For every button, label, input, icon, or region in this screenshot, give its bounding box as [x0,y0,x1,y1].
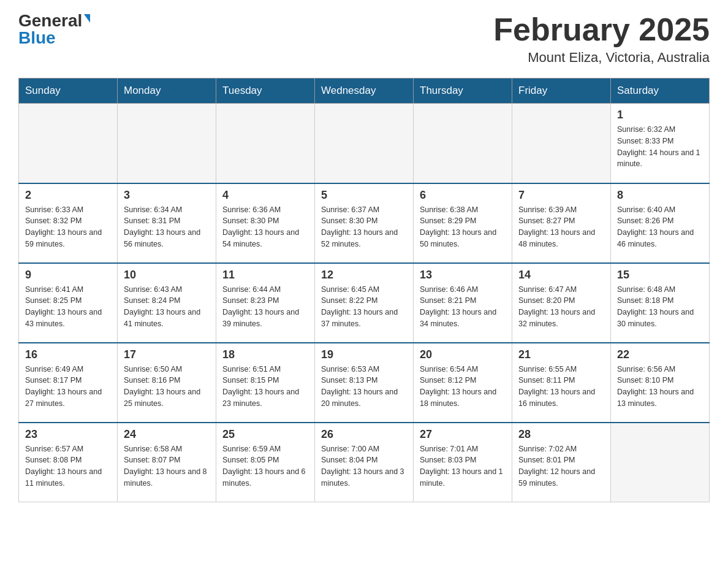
day-info: Sunrise: 6:46 AMSunset: 8:21 PMDaylight:… [420,284,506,330]
calendar-week-row: 16Sunrise: 6:49 AMSunset: 8:17 PMDayligh… [19,343,710,423]
logo: General Blue [18,12,90,47]
day-number: 4 [222,189,308,202]
day-info: Sunrise: 6:37 AMSunset: 8:30 PMDaylight:… [321,204,407,250]
header-thursday: Thursday [414,79,512,104]
table-row: 24Sunrise: 6:58 AMSunset: 8:07 PMDayligh… [118,423,216,502]
day-number: 2 [25,189,111,202]
table-row: 26Sunrise: 7:00 AMSunset: 8:04 PMDayligh… [315,423,414,502]
day-info: Sunrise: 6:39 AMSunset: 8:27 PMDaylight:… [518,204,604,250]
day-number: 12 [321,269,407,282]
logo-blue-text: Blue [18,29,56,47]
table-row: 28Sunrise: 7:02 AMSunset: 8:01 PMDayligh… [512,423,611,502]
table-row: 12Sunrise: 6:45 AMSunset: 8:22 PMDayligh… [315,263,414,343]
table-row: 18Sunrise: 6:51 AMSunset: 8:15 PMDayligh… [216,343,315,423]
day-number: 8 [617,189,703,202]
logo-arrow-icon [84,14,90,23]
table-row: 16Sunrise: 6:49 AMSunset: 8:17 PMDayligh… [19,343,118,423]
day-number: 5 [321,189,407,202]
table-row: 23Sunrise: 6:57 AMSunset: 8:08 PMDayligh… [19,423,118,502]
header-sunday: Sunday [19,79,118,104]
table-row [512,104,611,183]
day-info: Sunrise: 6:40 AMSunset: 8:26 PMDaylight:… [617,204,703,250]
day-info: Sunrise: 6:50 AMSunset: 8:16 PMDaylight:… [124,364,210,410]
table-row [118,104,216,183]
table-row: 4Sunrise: 6:36 AMSunset: 8:30 PMDaylight… [216,183,315,263]
calendar-week-row: 9Sunrise: 6:41 AMSunset: 8:25 PMDaylight… [19,263,710,343]
day-number: 16 [25,348,111,361]
day-number: 9 [25,269,111,282]
day-number: 28 [518,428,604,441]
day-number: 10 [124,269,210,282]
day-number: 15 [617,269,703,282]
table-row: 15Sunrise: 6:48 AMSunset: 8:18 PMDayligh… [611,263,710,343]
day-info: Sunrise: 6:38 AMSunset: 8:29 PMDaylight:… [420,204,506,250]
day-info: Sunrise: 6:58 AMSunset: 8:07 PMDaylight:… [124,443,210,489]
header-friday: Friday [512,79,611,104]
table-row: 20Sunrise: 6:54 AMSunset: 8:12 PMDayligh… [414,343,512,423]
table-row: 22Sunrise: 6:56 AMSunset: 8:10 PMDayligh… [611,343,710,423]
day-number: 27 [420,428,506,441]
table-row: 1Sunrise: 6:32 AMSunset: 8:33 PMDaylight… [611,104,710,183]
table-row: 14Sunrise: 6:47 AMSunset: 8:20 PMDayligh… [512,263,611,343]
calendar-table: Sunday Monday Tuesday Wednesday Thursday… [18,78,710,502]
calendar-week-row: 2Sunrise: 6:33 AMSunset: 8:32 PMDaylight… [19,183,710,263]
day-info: Sunrise: 7:02 AMSunset: 8:01 PMDaylight:… [518,443,604,489]
table-row: 7Sunrise: 6:39 AMSunset: 8:27 PMDaylight… [512,183,611,263]
table-row: 9Sunrise: 6:41 AMSunset: 8:25 PMDaylight… [19,263,118,343]
day-info: Sunrise: 7:01 AMSunset: 8:03 PMDaylight:… [420,443,506,489]
table-row [611,423,710,502]
page-header: General Blue February 2025 Mount Eliza, … [18,12,710,66]
day-number: 1 [617,109,703,121]
table-row: 6Sunrise: 6:38 AMSunset: 8:29 PMDaylight… [414,183,512,263]
logo-general-text: General [18,12,82,29]
day-number: 3 [124,189,210,202]
day-number: 23 [25,428,111,441]
day-info: Sunrise: 6:33 AMSunset: 8:32 PMDaylight:… [25,204,111,250]
day-info: Sunrise: 6:59 AMSunset: 8:05 PMDaylight:… [222,443,308,489]
day-number: 7 [518,189,604,202]
table-row [216,104,315,183]
day-info: Sunrise: 7:00 AMSunset: 8:04 PMDaylight:… [321,443,407,489]
calendar-header-row: Sunday Monday Tuesday Wednesday Thursday… [19,79,710,104]
calendar-week-row: 23Sunrise: 6:57 AMSunset: 8:08 PMDayligh… [19,423,710,502]
day-number: 26 [321,428,407,441]
day-info: Sunrise: 6:49 AMSunset: 8:17 PMDaylight:… [25,364,111,410]
table-row [19,104,118,183]
table-row: 8Sunrise: 6:40 AMSunset: 8:26 PMDaylight… [611,183,710,263]
calendar-week-row: 1Sunrise: 6:32 AMSunset: 8:33 PMDaylight… [19,104,710,183]
table-row: 21Sunrise: 6:55 AMSunset: 8:11 PMDayligh… [512,343,611,423]
day-info: Sunrise: 6:48 AMSunset: 8:18 PMDaylight:… [617,284,703,330]
day-info: Sunrise: 6:55 AMSunset: 8:11 PMDaylight:… [518,364,604,410]
day-info: Sunrise: 6:34 AMSunset: 8:31 PMDaylight:… [124,204,210,250]
table-row: 3Sunrise: 6:34 AMSunset: 8:31 PMDaylight… [118,183,216,263]
table-row: 13Sunrise: 6:46 AMSunset: 8:21 PMDayligh… [414,263,512,343]
title-block: February 2025 Mount Eliza, Victoria, Aus… [493,12,710,66]
day-number: 17 [124,348,210,361]
day-info: Sunrise: 6:44 AMSunset: 8:23 PMDaylight:… [222,284,308,330]
day-number: 21 [518,348,604,361]
day-number: 22 [617,348,703,361]
day-info: Sunrise: 6:56 AMSunset: 8:10 PMDaylight:… [617,364,703,410]
day-number: 14 [518,269,604,282]
day-info: Sunrise: 6:57 AMSunset: 8:08 PMDaylight:… [25,443,111,489]
day-number: 18 [222,348,308,361]
table-row: 17Sunrise: 6:50 AMSunset: 8:16 PMDayligh… [118,343,216,423]
table-row [414,104,512,183]
day-number: 13 [420,269,506,282]
header-tuesday: Tuesday [216,79,315,104]
day-info: Sunrise: 6:47 AMSunset: 8:20 PMDaylight:… [518,284,604,330]
day-info: Sunrise: 6:41 AMSunset: 8:25 PMDaylight:… [25,284,111,330]
table-row: 5Sunrise: 6:37 AMSunset: 8:30 PMDaylight… [315,183,414,263]
day-number: 25 [222,428,308,441]
day-number: 11 [222,269,308,282]
day-info: Sunrise: 6:51 AMSunset: 8:15 PMDaylight:… [222,364,308,410]
header-wednesday: Wednesday [315,79,414,104]
day-number: 24 [124,428,210,441]
day-number: 19 [321,348,407,361]
day-info: Sunrise: 6:32 AMSunset: 8:33 PMDaylight:… [617,124,703,170]
table-row: 19Sunrise: 6:53 AMSunset: 8:13 PMDayligh… [315,343,414,423]
header-saturday: Saturday [611,79,710,104]
day-info: Sunrise: 6:36 AMSunset: 8:30 PMDaylight:… [222,204,308,250]
header-monday: Monday [118,79,216,104]
table-row: 11Sunrise: 6:44 AMSunset: 8:23 PMDayligh… [216,263,315,343]
